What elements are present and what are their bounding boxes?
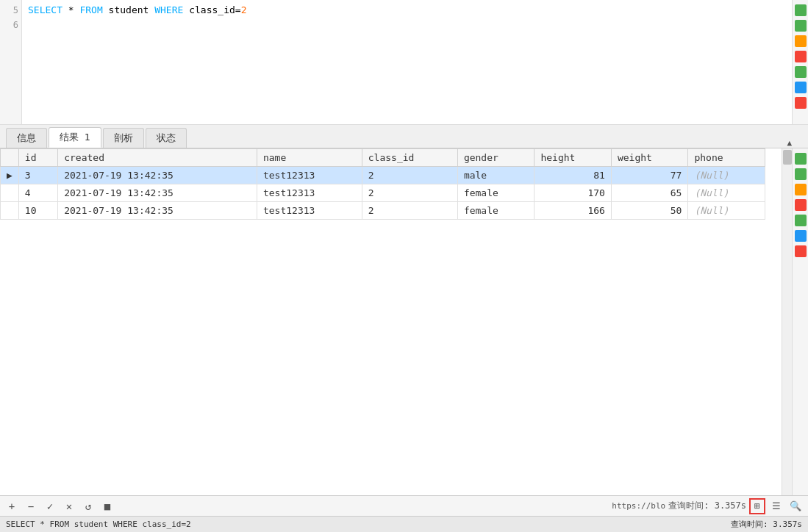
vertical-scrollbar[interactable] [782,148,792,495]
cell-height: 166 [535,202,612,220]
th-height[interactable]: height [535,149,612,167]
stop-btn[interactable]: ■ [100,499,115,514]
row-indicator: ▶ [1,167,19,184]
results-sidebar-btn-5[interactable] [795,215,807,226]
table-row[interactable]: ▶ 3 2021-07-19 13:42:35 test12313 2 male… [1,167,765,184]
status-sql: SELECT * FROM student WHERE class_id=2 [6,520,191,529]
cell-weight: 50 [611,202,688,220]
results-sidebar-btn-2[interactable] [795,168,807,180]
results-sidebar-btn-1[interactable] [795,153,807,165]
status-url: https://blo [612,501,665,511]
cell-class-id: 2 [362,202,457,220]
cell-weight: 65 [611,184,688,202]
tab-analyze[interactable]: 剖析 [103,128,144,148]
cell-phone: (Null) [688,202,765,220]
add-btn[interactable]: + [4,499,19,514]
cell-name: test12313 [257,184,362,202]
toolbar-left: + − ✓ ✕ ↺ ■ [4,499,115,514]
line-number-5: 5 [0,3,18,18]
th-name[interactable]: name [257,149,362,167]
status-bar: SELECT * FROM student WHERE class_id=2 查… [0,516,808,532]
cell-name: test12313 [257,202,362,220]
cell-id: 3 [18,167,57,184]
sidebar-btn-1[interactable] [795,4,807,16]
th-gender[interactable]: gender [457,149,535,167]
th-class-id[interactable]: class_id [362,149,457,167]
th-weight[interactable]: weight [611,149,688,167]
cell-phone: (Null) [688,167,765,184]
row-indicator [1,202,19,220]
table-header-row: id created name class_id gender height w… [1,149,765,167]
results-table: id created name class_id gender height w… [0,148,765,220]
results-scroll[interactable]: id created name class_id gender height w… [0,148,782,495]
refresh-btn[interactable]: ↺ [81,499,96,514]
cell-class-id: 2 [362,167,457,184]
search-btn[interactable]: 🔍 [787,498,804,514]
confirm-btn[interactable]: ✓ [43,499,57,514]
sidebar-btn-5[interactable] [795,66,807,78]
code-line-6 [28,18,786,32]
sidebar-btn-3[interactable] [795,35,807,47]
th-indicator [1,149,19,167]
results-wrapper: id created name class_id gender height w… [0,148,808,495]
keyword-where: WHERE [154,4,183,15]
list-view-btn[interactable]: ☰ [768,498,784,514]
cell-name: test12313 [257,167,362,184]
sidebar-btn-7[interactable] [795,97,807,109]
cell-gender: female [457,202,535,220]
row-indicator [1,184,19,202]
code-space [183,4,189,15]
tab-info[interactable]: 信息 [6,128,47,148]
toolbar-right: https://blo 查询时间: 3.357s ⊞ ☰ 🔍 [612,498,804,514]
cell-id: 10 [18,202,57,220]
cell-gender: male [457,167,535,184]
tabs-bar: 信息 结果 1 剖析 状态 ▲ [0,125,808,148]
th-created[interactable]: created [58,149,257,167]
sidebar-btn-2[interactable] [795,20,807,32]
cell-phone: (Null) [688,184,765,202]
tab-status[interactable]: 状态 [146,128,187,148]
th-id[interactable]: id [18,149,57,167]
cell-weight: 77 [611,167,688,184]
code-rest: * [62,4,79,15]
sidebar-btn-4[interactable] [795,51,807,62]
query-time: 查询时间: 3.357s [668,500,746,512]
cell-created: 2021-07-19 13:42:35 [58,167,257,184]
line-number-6: 6 [0,18,18,32]
results-sidebar [792,148,808,495]
scroll-top-right: ▲ [787,138,792,148]
cell-id: 4 [18,184,57,202]
editor-sidebar [792,0,808,124]
editor-area: 5 6 SELECT * FROM student WHERE class_id… [0,0,808,125]
code-column: class_id [189,4,235,15]
results-sidebar-btn-3[interactable] [795,184,807,195]
results-sidebar-btn-4[interactable] [795,199,807,211]
cell-created: 2021-07-19 13:42:35 [58,184,257,202]
status-time: 查询时间: 3.357s [731,519,802,530]
code-value: 2 [241,4,247,15]
remove-btn[interactable]: − [24,499,38,514]
cell-class-id: 2 [362,184,457,202]
results-sidebar-btn-6[interactable] [795,230,807,242]
grid-view-btn[interactable]: ⊞ [749,498,765,514]
keyword-from: FROM [79,4,102,15]
bottom-toolbar: + − ✓ ✕ ↺ ■ https://blo 查询时间: 3.357s ⊞ ☰… [0,495,808,516]
code-line-5: SELECT * FROM student WHERE class_id=2 [28,3,786,18]
code-table: student [103,4,154,15]
results-sidebar-btn-7[interactable] [795,245,807,257]
cancel-btn[interactable]: ✕ [62,499,76,514]
keyword-select: SELECT [28,4,62,15]
cell-height: 81 [535,167,612,184]
th-phone[interactable]: phone [688,149,765,167]
sidebar-btn-6[interactable] [795,82,807,93]
editor-content[interactable]: SELECT * FROM student WHERE class_id=2 [22,0,792,124]
tab-result1[interactable]: 结果 1 [49,127,101,148]
table-row[interactable]: 10 2021-07-19 13:42:35 test12313 2 femal… [1,202,765,220]
cell-height: 170 [535,184,612,202]
scroll-thumb[interactable] [783,150,792,165]
code-equals: = [235,4,241,15]
cell-created: 2021-07-19 13:42:35 [58,202,257,220]
cell-gender: female [457,184,535,202]
table-row[interactable]: 4 2021-07-19 13:42:35 test12313 2 female… [1,184,765,202]
line-numbers: 5 6 [0,0,22,124]
